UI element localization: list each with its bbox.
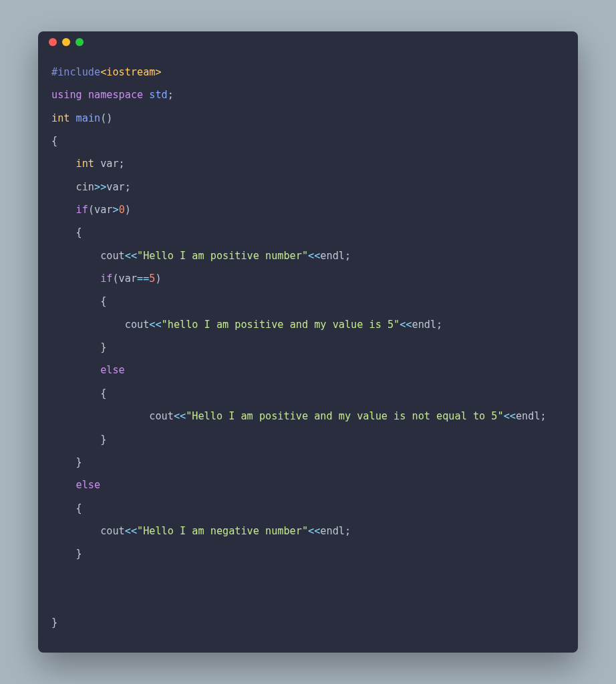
semi: ; (119, 158, 125, 170)
op-lshift: << (149, 319, 161, 331)
op-eq: == (137, 273, 149, 285)
str-pos5: "hello I am positive and my value is 5" (162, 319, 400, 331)
id-cout: cout (149, 410, 174, 422)
op-lshift: << (125, 250, 137, 262)
id-cout: cout (100, 525, 125, 537)
brace-close: } (100, 341, 106, 353)
id-endl: endl (320, 250, 345, 262)
paren-open: ( (112, 273, 118, 285)
str-pos: "Hello I am positive number" (137, 250, 308, 262)
op-lshift: << (400, 319, 412, 331)
var-name: var (100, 158, 118, 170)
semi: ; (168, 89, 174, 101)
semi: ; (541, 410, 547, 422)
str-neg: "Hello I am negative number" (137, 525, 308, 537)
include-header: <iostream> (100, 66, 161, 78)
op-lshift: << (308, 525, 320, 537)
kw-if: if (76, 204, 88, 216)
kw-if: if (100, 273, 112, 285)
op-rshift: >> (94, 181, 106, 193)
var-name: var (106, 181, 124, 193)
num-0: 0 (119, 204, 125, 216)
str-posnot5: "Hello I am positive and my value is not… (186, 410, 503, 422)
brace-open: { (76, 226, 82, 238)
paren-close: ) (106, 112, 112, 124)
id-cin: cin (76, 181, 94, 193)
brace-close: } (100, 434, 106, 446)
code-block: #include<iostream> using namespace std; … (38, 53, 578, 653)
op-lshift: << (174, 410, 186, 422)
op-lshift: << (308, 250, 320, 262)
brace-open: { (76, 502, 82, 514)
close-icon[interactable] (49, 38, 57, 46)
id-endl: endl (320, 525, 345, 537)
kw-else: else (100, 364, 125, 376)
ty-int: int (76, 158, 94, 170)
brace-open: { (100, 295, 106, 307)
fn-main: main (76, 112, 101, 124)
op-lshift: << (504, 410, 516, 422)
brace-open: { (100, 387, 106, 399)
paren-open: ( (88, 204, 94, 216)
semi: ; (345, 525, 351, 537)
kw-else: else (76, 479, 101, 491)
num-5: 5 (149, 273, 155, 285)
zoom-icon[interactable] (75, 38, 84, 46)
ns-std: std (149, 89, 167, 101)
id-cout: cout (100, 250, 125, 262)
brace-open: { (51, 135, 57, 147)
semi: ; (436, 319, 442, 331)
kw-namespace: namespace (88, 89, 143, 101)
semi: ; (125, 181, 131, 193)
var-name: var (119, 273, 137, 285)
op-lshift: << (125, 525, 137, 537)
window-titlebar (38, 31, 578, 53)
brace-close: } (76, 548, 82, 560)
semi: ; (345, 250, 351, 262)
ty-int: int (51, 112, 69, 124)
preproc-include: #include (51, 66, 100, 78)
kw-using: using (51, 89, 82, 101)
var-name: var (94, 204, 112, 216)
id-endl: endl (412, 319, 437, 331)
brace-close: } (51, 617, 57, 629)
paren-open: ( (100, 112, 106, 124)
brace-close: } (76, 456, 82, 468)
code-window: #include<iostream> using namespace std; … (38, 31, 578, 653)
minimize-icon[interactable] (62, 38, 70, 46)
id-endl: endl (516, 410, 541, 422)
id-cout: cout (125, 319, 150, 331)
paren-close: ) (156, 273, 162, 285)
op-gt: > (112, 204, 118, 216)
paren-close: ) (125, 204, 131, 216)
